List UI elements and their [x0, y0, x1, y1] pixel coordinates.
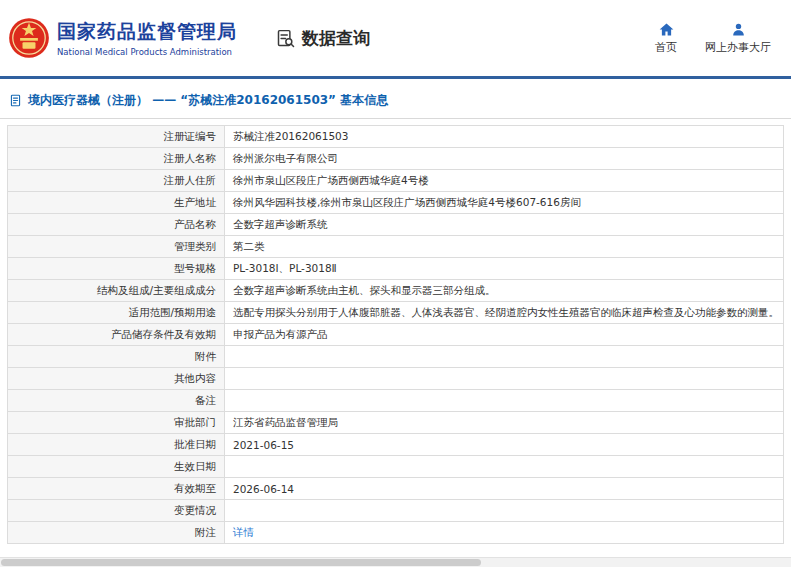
row-label: 型号规格 — [8, 258, 225, 280]
row-label: 备注 — [8, 390, 225, 412]
row-label: 注册人名称 — [8, 148, 225, 170]
data-query-label: 数据查询 — [302, 27, 370, 50]
row-label: 变更情况 — [8, 500, 225, 522]
nav-service-hall-label: 网上办事大厅 — [705, 40, 771, 55]
table-row: 产品储存条件及有效期申报产品为有源产品 — [8, 324, 784, 346]
row-label: 附件 — [8, 346, 225, 368]
home-icon — [659, 22, 674, 37]
row-label: 适用范围/预期用途 — [8, 302, 225, 324]
row-label: 注册人住所 — [8, 170, 225, 192]
row-label: 产品名称 — [8, 214, 225, 236]
main-content: 境内医疗器械（注册） —— “苏械注准20162061503” 基本信息 注册证… — [0, 79, 791, 544]
table-row: 生产地址徐州风华园科技楼,徐州市泉山区段庄广场西侧西城华庭4号楼607-616房… — [8, 192, 784, 214]
row-value: 选配专用探头分别用于人体腹部脏器、人体浅表器官、经阴道腔内女性生殖器官的临床超声… — [225, 302, 784, 324]
horizontal-scrollbar[interactable] — [0, 557, 791, 567]
table-row: 生效日期 — [8, 456, 784, 478]
document-icon — [9, 94, 22, 107]
row-label: 有效期至 — [8, 478, 225, 500]
row-value: 第二类 — [225, 236, 784, 258]
nav-home[interactable]: 首页 — [655, 22, 677, 55]
row-value: 申报产品为有源产品 — [225, 324, 784, 346]
row-label: 注册证编号 — [8, 126, 225, 148]
table-row: 适用范围/预期用途选配专用探头分别用于人体腹部脏器、人体浅表器官、经阴道腔内女性… — [8, 302, 784, 324]
data-query-icon — [275, 28, 296, 49]
row-value: 详情 — [225, 522, 784, 544]
row-value: 2021-06-15 — [225, 434, 784, 456]
detail-table: 注册证编号苏械注准20162061503注册人名称徐州派尔电子有限公司注册人住所… — [7, 125, 784, 544]
scrollbar-thumb[interactable] — [1, 559, 481, 566]
row-value: 全数字超声诊断系统由主机、探头和显示器三部分组成。 — [225, 280, 784, 302]
table-row: 结构及组成/主要组成成分全数字超声诊断系统由主机、探头和显示器三部分组成。 — [8, 280, 784, 302]
nav-home-label: 首页 — [655, 40, 677, 55]
table-row: 注册人名称徐州派尔电子有限公司 — [8, 148, 784, 170]
row-value — [225, 346, 784, 368]
table-row: 附件 — [8, 346, 784, 368]
row-value: 苏械注准20162061503 — [225, 126, 784, 148]
page-title-text: 境内医疗器械（注册） —— “苏械注准20162061503” 基本信息 — [28, 92, 388, 109]
table-row: 审批部门江苏省药品监督管理局 — [8, 412, 784, 434]
row-value: 徐州市泉山区段庄广场西侧西城华庭4号楼 — [225, 170, 784, 192]
top-nav: 首页 网上办事大厅 — [655, 22, 775, 55]
row-label: 生产地址 — [8, 192, 225, 214]
row-value: 2026-06-14 — [225, 478, 784, 500]
table-row: 产品名称全数字超声诊断系统 — [8, 214, 784, 236]
row-label: 批准日期 — [8, 434, 225, 456]
row-value — [225, 368, 784, 390]
row-value: 徐州派尔电子有限公司 — [225, 148, 784, 170]
national-emblem-icon — [8, 15, 50, 61]
user-icon — [731, 22, 746, 37]
table-row: 注册证编号苏械注准20162061503 — [8, 126, 784, 148]
detail-link[interactable]: 详情 — [233, 526, 254, 538]
row-value: 江苏省药品监督管理局 — [225, 412, 784, 434]
row-value: 全数字超声诊断系统 — [225, 214, 784, 236]
table-row: 附注详情 — [8, 522, 784, 544]
row-label: 产品储存条件及有效期 — [8, 324, 225, 346]
org-name-en: National Medical Products Administration — [57, 47, 237, 57]
row-label: 管理类别 — [8, 236, 225, 258]
row-label: 审批部门 — [8, 412, 225, 434]
row-value: 徐州风华园科技楼,徐州市泉山区段庄广场西侧西城华庭4号楼607-616房间 — [225, 192, 784, 214]
row-value — [225, 456, 784, 478]
org-name: 国家药品监督管理局 — [57, 19, 237, 45]
row-value: PL-3018Ⅰ、PL-3018Ⅱ — [225, 258, 784, 280]
nav-service-hall[interactable]: 网上办事大厅 — [705, 22, 771, 55]
detail-table-wrap: 注册证编号苏械注准20162061503注册人名称徐州派尔电子有限公司注册人住所… — [0, 119, 791, 544]
table-row: 批准日期2021-06-15 — [8, 434, 784, 456]
table-row: 变更情况 — [8, 500, 784, 522]
site-header: 国家药品监督管理局 National Medical Products Admi… — [0, 0, 791, 76]
table-row: 管理类别第二类 — [8, 236, 784, 258]
table-row: 有效期至2026-06-14 — [8, 478, 784, 500]
row-value — [225, 390, 784, 412]
table-row: 型号规格PL-3018Ⅰ、PL-3018Ⅱ — [8, 258, 784, 280]
table-row: 注册人住所徐州市泉山区段庄广场西侧西城华庭4号楼 — [8, 170, 784, 192]
row-value — [225, 500, 784, 522]
table-row: 其他内容 — [8, 368, 784, 390]
data-query-title: 数据查询 — [275, 27, 370, 50]
brand-logo[interactable]: 国家药品监督管理局 National Medical Products Admi… — [8, 15, 237, 61]
row-label: 附注 — [8, 522, 225, 544]
row-label: 结构及组成/主要组成成分 — [8, 280, 225, 302]
row-label: 其他内容 — [8, 368, 225, 390]
table-row: 备注 — [8, 390, 784, 412]
row-label: 生效日期 — [8, 456, 225, 478]
page-title: 境内医疗器械（注册） —— “苏械注准20162061503” 基本信息 — [0, 79, 791, 119]
